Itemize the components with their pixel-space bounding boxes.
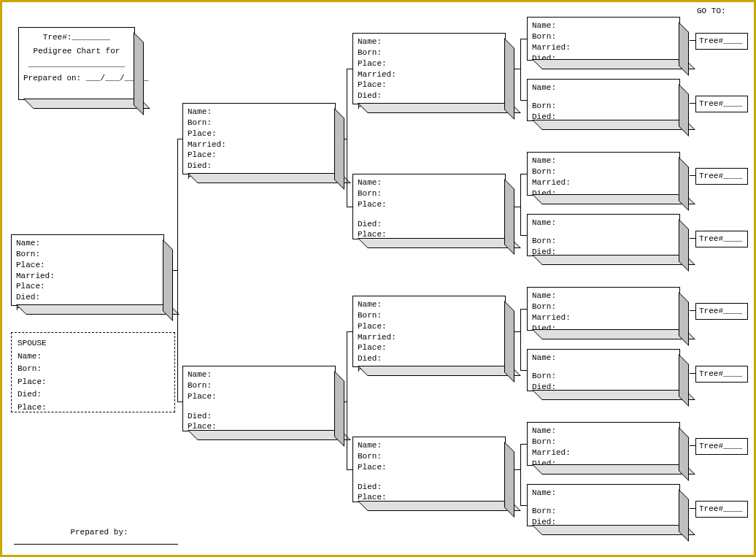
field-place: Place: bbox=[358, 342, 501, 353]
field-name: Name: bbox=[188, 107, 331, 118]
field-died: Died: bbox=[358, 482, 501, 493]
field-died: Died: bbox=[358, 91, 501, 101]
person-gen2-mother[interactable]: Name: Born: Place: Died: Place: bbox=[182, 366, 336, 431]
field-married: Married: bbox=[532, 447, 675, 458]
pedigree-title: Pedigree Chart for bbox=[23, 45, 130, 58]
person-gen4-5[interactable]: Name: Born: Married: Died: bbox=[527, 287, 680, 331]
field-born: Born: bbox=[16, 249, 159, 260]
person-gen4-6[interactable]: Name: Born: Died: bbox=[527, 349, 680, 391]
field-name: Name: bbox=[358, 37, 501, 47]
field-name: Name: bbox=[532, 20, 675, 31]
spouse-box[interactable]: SPOUSE Name: Born: Place: Died: Place: bbox=[11, 332, 175, 412]
person-gen4-8[interactable]: Name: Born: Died: bbox=[527, 484, 680, 526]
field-place: Place: bbox=[188, 391, 331, 402]
field-name: Name: bbox=[532, 155, 675, 166]
goto-tree-4[interactable]: Tree#____ bbox=[695, 231, 748, 247]
field-name: Name: bbox=[532, 426, 675, 437]
field-name: Name: bbox=[358, 177, 501, 188]
field-born: Born: bbox=[188, 380, 331, 391]
field-place: Place: bbox=[358, 58, 501, 69]
field-born: Born: bbox=[18, 363, 169, 376]
goto-tree-8[interactable]: Tree#____ bbox=[695, 501, 748, 518]
field-died: Died: bbox=[532, 323, 675, 334]
field-born: Born: bbox=[532, 236, 675, 247]
person-gen1[interactable]: Name: Born: Place: Married: Place: Died:… bbox=[11, 234, 164, 306]
field-name: Name: bbox=[188, 369, 331, 380]
field-name: Name: bbox=[532, 82, 675, 93]
field-place: Place: bbox=[18, 402, 169, 415]
goto-tree-1[interactable]: Tree#____ bbox=[695, 33, 748, 50]
field-married: Married: bbox=[188, 139, 331, 150]
gap bbox=[532, 93, 675, 101]
person-gen2-father[interactable]: Name: Born: Place: Married: Place: Died:… bbox=[182, 103, 336, 174]
field-name: Name: bbox=[18, 350, 169, 364]
field-married: Married: bbox=[532, 312, 675, 323]
field-name: Name: bbox=[532, 488, 675, 499]
field-died: Died: bbox=[532, 458, 675, 469]
person-gen4-1[interactable]: Name: Born: Married: Died: bbox=[527, 17, 680, 61]
field-place: Place: bbox=[358, 492, 501, 503]
prepared-by-label: Prepared by: bbox=[45, 528, 154, 537]
gap bbox=[358, 210, 501, 219]
field-born: Born: bbox=[358, 47, 501, 58]
field-died: Died: bbox=[358, 353, 501, 364]
spouse-heading: SPOUSE bbox=[18, 337, 169, 350]
goto-tree-5[interactable]: Tree#____ bbox=[695, 303, 748, 320]
field-married: Married: bbox=[358, 332, 501, 343]
field-died: Died: bbox=[532, 517, 675, 528]
person-gen3-mgf[interactable]: Name: Born: Place: Married: Place: Died:… bbox=[352, 296, 506, 367]
field-place: Place: bbox=[358, 101, 501, 112]
field-place: Place: bbox=[18, 376, 169, 389]
field-place: Place: bbox=[188, 421, 331, 432]
goto-tree-3[interactable]: Tree#____ bbox=[695, 168, 748, 185]
person-gen4-2[interactable]: Name: Born: Died: bbox=[527, 79, 680, 121]
field-place: Place: bbox=[188, 172, 331, 183]
prepared-on-field[interactable]: Prepared on: ___/___/_____ bbox=[23, 72, 130, 85]
person-gen3-pgm[interactable]: Name: Born: Place: Died: Place: bbox=[352, 174, 506, 239]
field-married: Married: bbox=[16, 271, 159, 282]
field-died: Died: bbox=[532, 53, 675, 64]
subject-name-line[interactable]: ____________________ bbox=[23, 58, 130, 72]
field-died: Died: bbox=[532, 382, 675, 393]
field-name: Name: bbox=[532, 218, 675, 228]
field-born: Born: bbox=[188, 118, 331, 128]
field-place: Place: bbox=[358, 321, 501, 332]
field-married: Married: bbox=[532, 177, 675, 188]
person-gen3-mgm[interactable]: Name: Born: Place: Died: Place: bbox=[352, 437, 506, 502]
field-born: Born: bbox=[532, 31, 675, 42]
field-name: Name: bbox=[532, 353, 675, 364]
field-born: Born: bbox=[532, 506, 675, 517]
field-place: Place: bbox=[358, 199, 501, 210]
field-married: Married: bbox=[532, 42, 675, 53]
field-died: Died: bbox=[16, 292, 159, 303]
person-gen3-pgf[interactable]: Name: Born: Place: Married: Place: Died:… bbox=[352, 33, 506, 104]
goto-label: GO TO: bbox=[697, 7, 726, 15]
field-born: Born: bbox=[532, 371, 675, 382]
field-died: Died: bbox=[532, 247, 675, 258]
field-born: Born: bbox=[358, 188, 501, 199]
field-place: Place: bbox=[188, 150, 331, 161]
field-place: Place: bbox=[188, 128, 331, 139]
field-place: Place: bbox=[16, 281, 159, 292]
field-born: Born: bbox=[532, 166, 675, 177]
field-died: Died: bbox=[18, 388, 169, 402]
field-born: Born: bbox=[532, 101, 675, 112]
tree-number-field[interactable]: Tree#:________ bbox=[23, 31, 130, 45]
goto-tree-2[interactable]: Tree#____ bbox=[695, 96, 748, 112]
person-gen4-3[interactable]: Name: Born: Married: Died: bbox=[527, 152, 680, 196]
field-name: Name: bbox=[16, 238, 159, 249]
header-box: Tree#:________ Pedigree Chart for ______… bbox=[18, 27, 135, 100]
prepared-by-line bbox=[14, 544, 178, 545]
field-died: Died: bbox=[358, 219, 501, 230]
person-gen4-4[interactable]: Name: Born: Died: bbox=[527, 214, 680, 256]
goto-tree-7[interactable]: Tree#____ bbox=[695, 438, 748, 455]
field-place: Place: bbox=[16, 303, 159, 314]
field-place: Place: bbox=[358, 80, 501, 91]
field-born: Born: bbox=[532, 301, 675, 312]
goto-tree-6[interactable]: Tree#____ bbox=[695, 366, 748, 383]
gap bbox=[532, 228, 675, 236]
field-place: Place: bbox=[358, 364, 501, 375]
person-gen4-7[interactable]: Name: Born: Married: Died: bbox=[527, 422, 680, 466]
gap bbox=[532, 499, 675, 506]
field-died: Died: bbox=[532, 188, 675, 199]
